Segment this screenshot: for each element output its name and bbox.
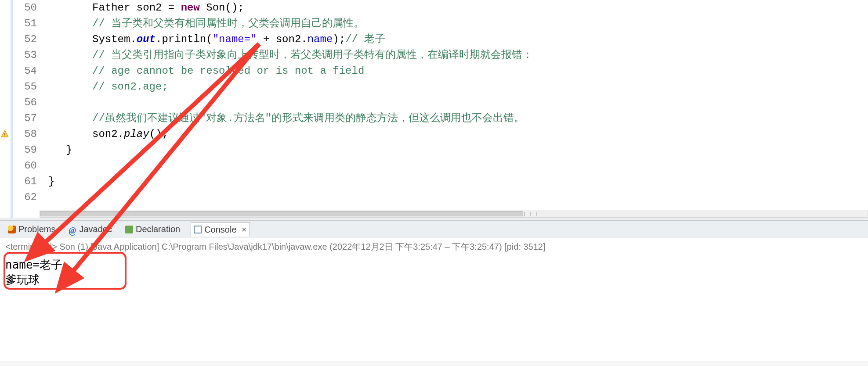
horizontal-scrollbar[interactable]: | | | (40, 210, 868, 218)
code-line[interactable]: // age cannot be resolved or is not a fi… (40, 63, 868, 79)
problems-icon (8, 226, 16, 233)
code-token: "name=" (213, 33, 257, 45)
code-line[interactable]: } (40, 174, 868, 190)
console-status: <terminated> Son (1) [Java Application] … (0, 238, 868, 255)
bottom-panel: Problems @ Javadoc Declaration Console ✕… (0, 220, 868, 366)
bottom-panel-tabs: Problems @ Javadoc Declaration Console ✕ (0, 221, 868, 238)
console-icon (194, 226, 202, 233)
close-icon[interactable]: ✕ (241, 226, 247, 234)
code-token: + son2. (257, 33, 307, 45)
line-number: 61 (13, 174, 37, 190)
code-line[interactable]: // 当子类和父类有相同属性时，父类会调用自己的属性。 (40, 16, 868, 32)
code-line[interactable]: //虽然我们不建议通过"对象.方法名"的形式来调用类的静态方法，但这么调用也不会… (40, 111, 868, 126)
line-number: 56 (13, 95, 37, 111)
code-area[interactable]: Father son2 = new Son();// 当子类和父类有相同属性时，… (40, 0, 868, 218)
code-token: name (307, 33, 333, 45)
line-number: 60 (13, 158, 37, 174)
line-number: 51 (13, 16, 37, 32)
javadoc-icon: @ (69, 226, 76, 233)
console-line: name=老子 (5, 257, 863, 272)
code-line[interactable]: // son2.age; (40, 79, 868, 95)
code-token: son2 = (137, 2, 181, 14)
code-line[interactable]: } (40, 142, 868, 158)
line-number: 57 (13, 111, 37, 126)
code-token: //虽然我们不建议通过"对象.方法名"的形式来调用类的静态方法，但这么调用也不会… (92, 112, 524, 124)
gutter-warning-strip: ! (0, 0, 11, 218)
declaration-icon (125, 226, 133, 233)
code-token: Father (92, 2, 137, 14)
tab-javadoc[interactable]: @ Javadoc (66, 222, 115, 236)
code-line[interactable] (40, 95, 868, 111)
code-token: // age cannot be resolved or is not a fi… (92, 65, 364, 77)
code-line[interactable] (40, 190, 868, 205)
code-token: ); (333, 33, 345, 45)
line-number: 53 (13, 47, 37, 63)
code-token: System. (92, 33, 137, 45)
tab-label: Console (204, 225, 236, 235)
tab-problems[interactable]: Problems (5, 222, 58, 236)
console-line: 爹玩球 (5, 272, 863, 287)
code-line[interactable] (40, 158, 868, 174)
console-output[interactable]: name=老子 爹玩球 (0, 255, 868, 361)
code-token: (); (149, 128, 168, 140)
code-token: } (48, 176, 54, 187)
svg-text:!: ! (4, 132, 7, 137)
line-number: 62 (13, 190, 37, 205)
code-token: play (124, 128, 149, 140)
line-number: 50 (13, 0, 37, 16)
tab-declaration[interactable]: Declaration (123, 222, 183, 236)
code-token: Son(); (200, 2, 244, 14)
line-number: 59 (13, 142, 37, 158)
warning-icon[interactable]: ! (1, 130, 9, 138)
code-line[interactable]: // 当父类引用指向子类对象向上转型时，若父类调用子类特有的属性，在编译时期就会… (40, 47, 868, 63)
line-number-gutter: 50515253545556575859606162 (13, 0, 40, 218)
code-token: } (66, 144, 72, 156)
code-token: new (181, 2, 200, 14)
code-line[interactable]: son2.play(); (40, 126, 868, 142)
line-number: 52 (13, 32, 37, 47)
code-token: // 当子类和父类有相同属性时，父类会调用自己的属性。 (92, 18, 364, 29)
tab-console[interactable]: Console ✕ (191, 222, 250, 237)
scrollbar-ticks: | | | (523, 212, 539, 217)
tab-label: Javadoc (79, 224, 112, 234)
code-line[interactable]: Father son2 = new Son(); (40, 0, 868, 16)
code-editor[interactable]: ! 50515253545556575859606162 Father son2… (0, 0, 868, 218)
code-token: // 老子 (345, 33, 385, 45)
code-token: // son2.age; (92, 81, 168, 93)
tab-label: Problems (18, 224, 55, 234)
code-token: out (137, 33, 156, 45)
code-token: // 当父类引用指向子类对象向上转型时，若父类调用子类特有的属性，在编译时期就会… (92, 49, 533, 61)
line-number: 58 (13, 126, 37, 142)
code-token: .println( (156, 33, 213, 45)
line-number: 54 (13, 63, 37, 79)
code-token: son2. (92, 128, 124, 140)
line-number: 55 (13, 79, 37, 95)
scrollbar-thumb[interactable] (40, 211, 523, 216)
code-line[interactable]: System.out.println("name=" + son2.name);… (40, 32, 868, 47)
tab-label: Declaration (136, 224, 180, 234)
